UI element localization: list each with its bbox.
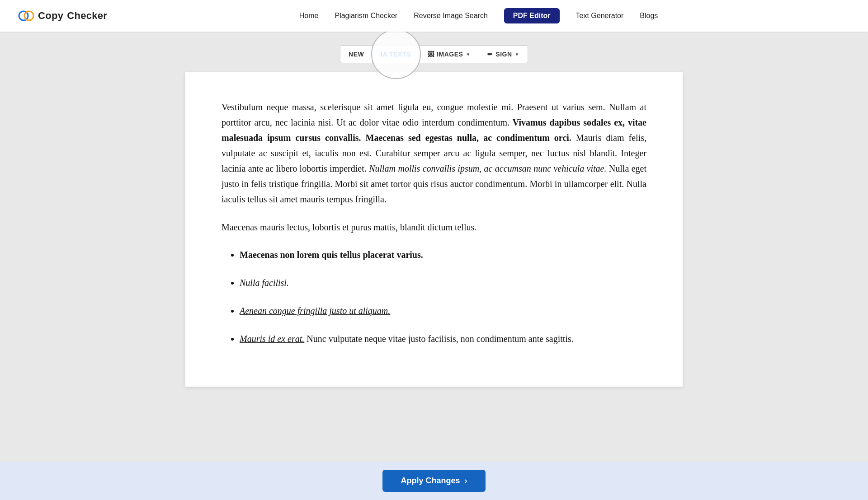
sign-chevron-icon: ▼ bbox=[515, 52, 519, 57]
content-area: NEW IA TEXTS 🖼 IMAGES ▼ ✏ SIGN ▼ Vestibu… bbox=[0, 32, 868, 500]
document-page: Vestibulum neque massa, scelerisque sit … bbox=[185, 72, 683, 387]
toolbar-sign-button[interactable]: ✏ SIGN ▼ bbox=[479, 46, 528, 63]
images-icon: 🖼 bbox=[428, 51, 434, 58]
list-item-4-underline: Mauris id ex erat. bbox=[240, 334, 304, 344]
toolbar-ia-texts-wrapper: IA TEXTS bbox=[373, 51, 420, 58]
list-item-1: Maecenas non lorem quis tellus placerat … bbox=[240, 248, 646, 262]
list-item-4: Mauris id ex erat. Nunc vulputate neque … bbox=[240, 332, 646, 346]
para1-italic: Nullam mollis convallis ipsum, ac accums… bbox=[369, 164, 606, 173]
toolbar-new-button[interactable]: NEW bbox=[340, 46, 373, 63]
apply-changes-label: Apply Changes bbox=[401, 476, 460, 486]
main-nav: Home Plagiarism Checker Reverse Image Se… bbox=[299, 8, 658, 23]
images-chevron-icon: ▼ bbox=[466, 52, 470, 57]
bottom-bar: Apply Changes › bbox=[0, 462, 868, 500]
toolbar-ia-texts-button[interactable]: IA TEXTS bbox=[373, 51, 420, 58]
list-item-3: Aenean congue fringilla justo ut aliquam… bbox=[240, 304, 646, 318]
header: Copy Checker Home Plagiarism Checker Rev… bbox=[0, 0, 868, 32]
doc-paragraph-2: Maecenas mauris lectus, lobortis et puru… bbox=[222, 220, 646, 235]
toolbar-row: NEW IA TEXTS 🖼 IMAGES ▼ ✏ SIGN ▼ bbox=[340, 45, 528, 63]
nav-plagiarism[interactable]: Plagiarism Checker bbox=[335, 12, 397, 20]
nav-text-generator[interactable]: Text Generator bbox=[576, 12, 624, 20]
apply-changes-button[interactable]: Apply Changes › bbox=[382, 470, 485, 492]
doc-paragraph-1: Vestibulum neque massa, scelerisque sit … bbox=[222, 99, 646, 207]
toolbar-images-button[interactable]: 🖼 IMAGES ▼ bbox=[420, 46, 479, 63]
nav-blogs[interactable]: Blogs bbox=[640, 12, 658, 20]
nav-home[interactable]: Home bbox=[299, 12, 319, 20]
list-item-3-text: Aenean congue fringilla justo ut aliquam… bbox=[240, 306, 390, 316]
logo-text-checker: Checker bbox=[67, 10, 107, 22]
list-item-2: Nulla facilisi. bbox=[240, 276, 646, 290]
doc-bullet-list: Maecenas non lorem quis tellus placerat … bbox=[240, 248, 646, 346]
toolbar: NEW IA TEXTS 🖼 IMAGES ▼ ✏ SIGN ▼ bbox=[340, 45, 528, 63]
logo[interactable]: Copy Checker bbox=[18, 8, 107, 24]
list-item-4-suffix: Nunc vulputate neque vitae justo facilis… bbox=[307, 334, 573, 344]
logo-text: Copy bbox=[38, 10, 63, 22]
logo-icon bbox=[18, 8, 34, 24]
nav-reverse-image[interactable]: Reverse Image Search bbox=[414, 12, 488, 20]
svg-point-1 bbox=[24, 11, 33, 20]
apply-changes-arrow-icon: › bbox=[465, 476, 467, 486]
sign-pen-icon: ✏ bbox=[487, 51, 493, 58]
nav-pdf-editor[interactable]: PDF Editor bbox=[504, 8, 560, 23]
